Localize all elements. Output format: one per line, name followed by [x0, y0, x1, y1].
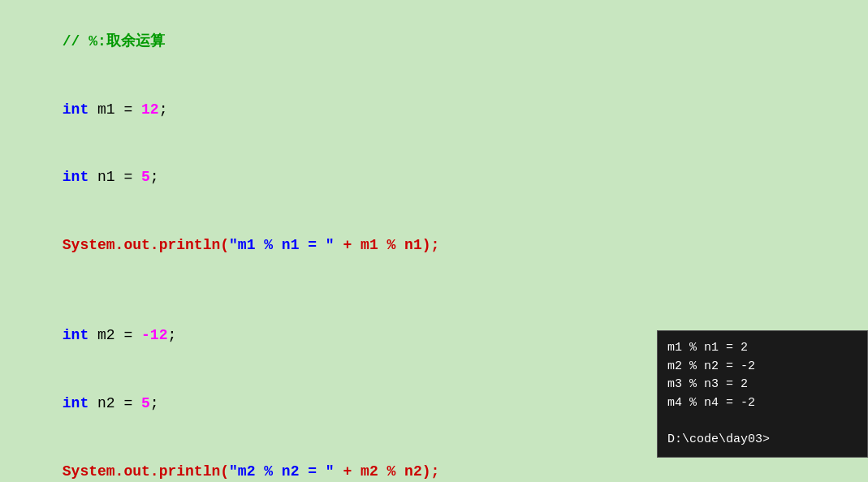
right-panel: m1 % n1 = 2 m2 % n2 = -2 m3 % n3 = 2 m4 …: [616, 0, 868, 482]
keyword-int-4: int: [63, 395, 89, 411]
number-5-2: 5: [141, 395, 150, 411]
string-1: "m1 % n1 = ": [229, 237, 335, 253]
code-line-1-1: int m1 = 12;: [10, 76, 607, 144]
system-tail-1: + m1 % n1);: [335, 237, 440, 253]
code-line-1-3: System.out.println("m1 % n1 = " + m1 % n…: [10, 212, 607, 280]
terminal-prompt: D:\code\day03>: [667, 431, 857, 450]
keyword-int-3: int: [63, 327, 89, 343]
comment-text: // %:取余运算: [63, 33, 165, 49]
system-println-1: System.out.println(: [63, 237, 229, 253]
system-tail-2: + m2 % n2);: [335, 463, 440, 480]
terminal-line-4: m4 % n4 = -2: [667, 394, 857, 413]
number-12-1: 12: [141, 101, 159, 118]
terminal-line-1: m1 % n1 = 2: [667, 339, 857, 358]
terminal-line-2: m2 % n2 = -2: [667, 358, 857, 377]
system-println-2: System.out.println(: [63, 463, 229, 480]
number-neg12-1: -12: [141, 327, 167, 343]
code-line-2-2: int n2 = 5;: [10, 370, 607, 438]
code-line-1-2: int n1 = 5;: [10, 144, 607, 212]
number-5-1: 5: [141, 169, 150, 185]
comment-line: // %:取余运算: [10, 8, 607, 76]
blank-1: [10, 280, 607, 303]
terminal-line-3: m3 % n3 = 2: [667, 376, 857, 394]
string-2: "m2 % n2 = ": [229, 463, 335, 480]
main-container: // %:取余运算 int m1 = 12; int n1 = 5; Syste…: [0, 0, 868, 482]
code-line-2-3: System.out.println("m2 % n2 = " + m2 % n…: [10, 438, 607, 482]
keyword-int-2: int: [63, 169, 89, 185]
code-panel: // %:取余运算 int m1 = 12; int n1 = 5; Syste…: [0, 0, 616, 482]
terminal-line-5: [667, 412, 857, 431]
code-line-2-1: int m2 = -12;: [10, 303, 607, 371]
terminal-box: m1 % n1 = 2 m2 % n2 = -2 m3 % n3 = 2 m4 …: [657, 330, 868, 458]
keyword-int-1: int: [63, 101, 89, 118]
